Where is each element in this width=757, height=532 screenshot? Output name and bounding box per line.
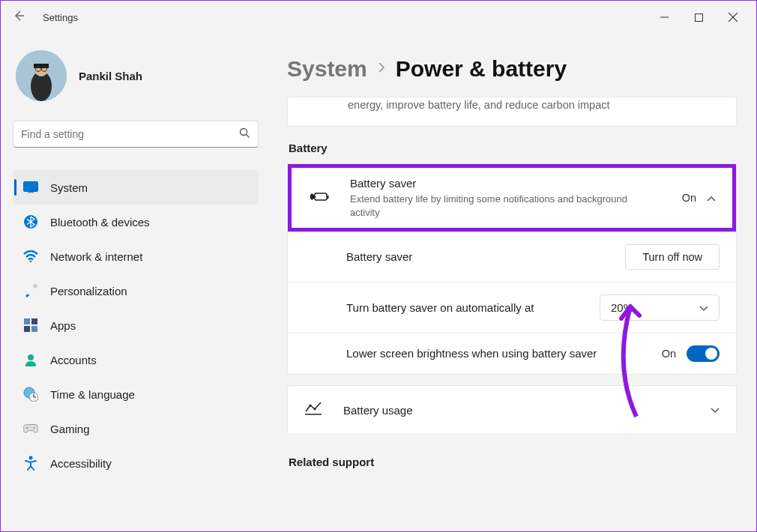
sidebar-item-gaming[interactable]: Gaming [13,411,259,446]
chart-icon [304,401,322,419]
sidebar-item-label: Apps [50,319,76,332]
sidebar-item-personalization[interactable]: Personalization [13,273,259,308]
sidebar-item-label: Personalization [50,285,127,297]
clock-globe-icon [23,387,38,402]
auto-on-label: Turn battery saver on automatically at [346,300,600,315]
user-profile[interactable]: Pankil Shah [13,41,259,121]
turn-off-now-button[interactable]: Turn off now [625,244,720,270]
sidebar-item-label: Accounts [50,354,97,366]
avatar [16,50,67,101]
chevron-right-icon [378,62,385,76]
sidebar-item-label: Bluetooth & devices [50,216,150,229]
sidebar-item-label: System [50,181,88,194]
battery-saver-row-label: Battery saver [346,250,625,265]
svg-rect-20 [31,326,37,332]
energy-recommendations-card[interactable]: energy, improve battery life, and reduce… [287,97,737,127]
section-related-support-label: Related support [289,456,737,468]
back-button[interactable] [7,10,31,25]
system-icon [23,180,38,195]
search-icon [239,127,250,141]
battery-usage-title: Battery usage [343,404,711,417]
svg-point-28 [29,456,33,460]
wifi-icon [23,249,38,264]
section-battery-label: Battery [289,142,737,154]
battery-usage-card[interactable]: Battery usage [287,385,737,435]
svg-point-27 [34,427,35,429]
sidebar-item-bluetooth[interactable]: Bluetooth & devices [13,205,259,239]
battery-saver-icon [308,189,329,207]
accounts-icon [23,352,38,367]
app-title: Settings [43,12,78,23]
brightness-toggle-label: On [662,348,676,360]
svg-point-30 [310,405,312,407]
user-name: Pankil Shah [79,70,142,82]
sidebar-item-accounts[interactable]: Accounts [13,342,259,377]
svg-point-10 [241,129,247,136]
svg-rect-1 [695,13,702,21]
svg-point-31 [314,408,316,411]
sidebar-item-label: Gaming [50,423,90,435]
svg-point-15 [30,261,32,262]
svg-point-26 [27,427,28,429]
bluetooth-icon [23,214,38,229]
svg-rect-16 [32,283,37,288]
maximize-button[interactable] [681,5,716,29]
breadcrumb-current: Power & battery [396,56,567,82]
gaming-icon [23,421,38,436]
battery-saver-state: On [682,192,696,204]
breadcrumb: System Power & battery [287,34,737,97]
search-input[interactable] [21,128,239,140]
sidebar-item-network[interactable]: Network & internet [13,239,259,273]
sidebar-item-label: Network & internet [50,250,142,263]
chevron-down-icon [711,403,720,417]
search-box[interactable] [13,121,259,148]
accessibility-icon [23,456,38,471]
auto-on-select[interactable]: 20% [600,294,720,321]
sidebar-item-label: Time & language [50,388,135,401]
sidebar-item-time-language[interactable]: Time & language [13,377,259,411]
svg-rect-29 [328,196,329,199]
svg-line-11 [247,135,250,138]
sidebar-item-accessibility[interactable]: Accessibility [13,446,259,480]
sidebar-item-system[interactable]: System [13,170,259,205]
svg-point-21 [28,354,34,360]
battery-saver-description: Extend battery life by limiting some not… [350,193,660,219]
battery-saver-card: Battery saver Extend battery life by lim… [287,163,737,375]
brightness-toggle[interactable] [687,345,720,362]
battery-saver-row: Battery saver Turn off now [288,232,736,282]
svg-rect-19 [24,326,30,332]
sidebar-item-apps[interactable]: Apps [13,308,259,342]
battery-saver-title: Battery saver [350,177,660,190]
close-button[interactable] [716,5,750,29]
apps-icon [23,318,38,333]
brightness-label: Lower screen brightness when using batte… [346,346,662,361]
chevron-up-icon [707,193,716,204]
auto-on-row: Turn battery saver on automatically at 2… [288,282,736,333]
chevron-down-icon [699,301,708,314]
sidebar-item-label: Accessibility [50,457,112,470]
breadcrumb-parent[interactable]: System [287,56,367,82]
svg-rect-12 [24,182,38,192]
svg-rect-17 [24,318,30,324]
svg-rect-18 [31,318,37,324]
brightness-row: Lower screen brightness when using batte… [288,333,736,374]
paintbrush-icon [23,283,38,298]
svg-rect-13 [28,192,34,193]
battery-saver-header[interactable]: Battery saver Extend battery life by lim… [288,164,736,232]
minimize-button[interactable] [647,5,681,29]
